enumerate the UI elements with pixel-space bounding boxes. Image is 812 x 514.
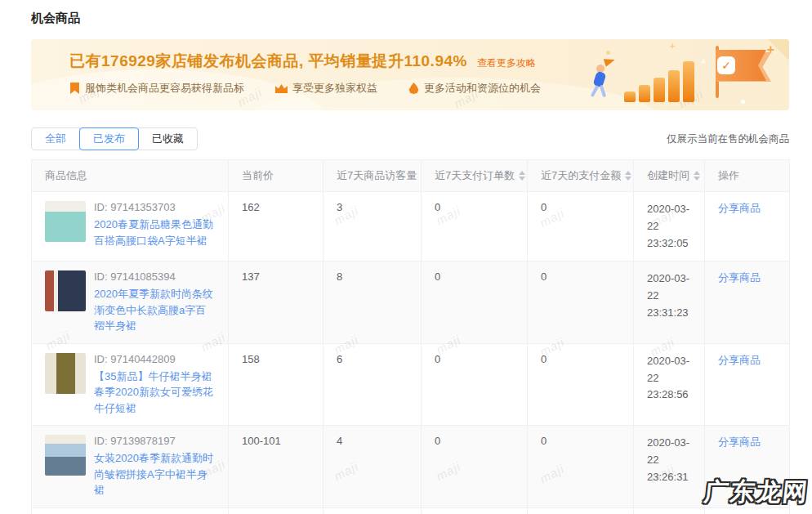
pennant-icon: [604, 56, 616, 67]
visitors-7d: 6: [323, 507, 422, 514]
growth-bar: [668, 70, 680, 102]
table-row: ID: 97140442809 【35新品】牛仔裙半身裙春季2020新款女可爱绣…: [32, 343, 790, 426]
col-actions: 操作: [705, 160, 790, 192]
banner-illustration: + + + ✓: [573, 39, 778, 110]
orders-7d: 0: [422, 261, 528, 344]
created-at: 2020-03-2223:32:05: [634, 192, 705, 261]
amount-7d: 0: [528, 343, 634, 426]
product-title-link[interactable]: 【35新品】牛仔裙半身裙春季2020新款女可爱绣花牛仔短裙: [94, 369, 215, 417]
product-thumbnail[interactable]: [45, 435, 86, 476]
status-tab-group: 全部 已发布 已收藏: [31, 127, 198, 150]
sort-amount-icon[interactable]: [625, 171, 631, 181]
current-price: 100-101: [229, 426, 323, 508]
product-id: ID: 97141353703: [94, 201, 215, 213]
table-header-row: 商品信息 当前价 近7天商品访客量 近7天支付订单数 近7天的支付金额 创建时间…: [32, 160, 790, 192]
checkmark-icon: ✓: [717, 56, 735, 74]
benefit-new-product-badge: 服饰类机会商品更容易获得新品标: [69, 81, 244, 96]
share-product-link[interactable]: 分享商品: [718, 202, 761, 214]
amount-7d: 0: [528, 426, 634, 508]
flame-icon: [408, 83, 419, 94]
crown-icon: [275, 83, 288, 93]
products-table: 商品信息 当前价 近7天商品访客量 近7天支付订单数 近7天的支付金额 创建时间…: [31, 159, 789, 514]
sparkle-icon: +: [701, 57, 706, 66]
banner-headline: 已有176929家店铺发布机会商品, 平均销量提升110.94%: [69, 51, 467, 72]
current-price: 158: [229, 343, 323, 426]
visitors-7d: 6: [323, 343, 422, 426]
benefit-label: 更多活动和资源位的机会: [424, 81, 541, 96]
table-row: ID: 97141085394 2020年夏季新款时尚条纹渐变色中长款高腰a字百…: [32, 261, 790, 344]
table-row: ID: 97139303198 闽色花苞腰弹力高腰黑色2020年夏季新款女装半身…: [32, 507, 790, 514]
growth-bar: [624, 92, 636, 102]
product-thumbnail[interactable]: [45, 270, 86, 311]
climbing-person-illustration: [588, 60, 616, 101]
growth-bar: [654, 78, 665, 102]
created-at: 2020-03-2223:31:23: [634, 261, 705, 344]
product-id: ID: 97139878197: [94, 435, 215, 447]
share-product-link[interactable]: 分享商品: [718, 354, 761, 366]
amount-7d: 0: [528, 507, 634, 514]
share-product-link[interactable]: 分享商品: [718, 271, 761, 284]
orders-7d: 0: [422, 192, 528, 261]
tab-all[interactable]: 全部: [31, 127, 80, 150]
dot-decor: [741, 100, 745, 104]
visitors-7d: 4: [323, 426, 422, 508]
benefit-more-activities: 更多活动和资源位的机会: [408, 81, 541, 96]
see-more-strategies-link[interactable]: 查看更多攻略: [477, 56, 536, 70]
col-amount-7d: 近7天的支付金额: [528, 160, 634, 192]
current-price: 108: [229, 507, 323, 514]
share-product-link[interactable]: 分享商品: [718, 436, 761, 448]
benefit-label: 享受更多独家权益: [292, 81, 377, 96]
growth-bar: [639, 85, 650, 102]
amount-7d: 0: [528, 192, 634, 261]
table-row: ID: 97139878197 女装2020春季新款通勤时尚皱褶拼接A字中裙半身…: [32, 426, 790, 508]
col-created-at: 创建时间: [634, 160, 705, 192]
product-id: ID: 97140442809: [94, 353, 215, 365]
col-current-price: 当前价: [229, 160, 323, 192]
filter-note: 仅展示当前在售的机会商品: [667, 132, 789, 146]
col-visitors-7d: 近7天商品访客量: [323, 160, 422, 192]
current-price: 137: [229, 261, 323, 344]
col-product-info: 商品信息: [32, 160, 229, 192]
amount-7d: 0: [528, 261, 634, 344]
promo-banner: 已有176929家店铺发布机会商品, 平均销量提升110.94% 查看更多攻略 …: [31, 39, 789, 110]
created-at: 2020-03-2223:28:56: [634, 343, 705, 426]
benefit-label: 服饰类机会商品更容易获得新品标: [85, 81, 244, 96]
orders-7d: 0: [422, 426, 528, 508]
bookmark-icon: [69, 83, 80, 94]
col-orders-7d: 近7天支付订单数: [422, 160, 528, 192]
tab-published[interactable]: 已发布: [79, 127, 139, 150]
visitors-7d: 3: [323, 192, 422, 261]
product-thumbnail[interactable]: [45, 353, 86, 394]
dot-decor: [606, 51, 610, 55]
orders-7d: 0: [422, 343, 528, 426]
product-thumbnail[interactable]: [45, 201, 86, 242]
growth-bar: [683, 61, 694, 102]
sort-orders-icon[interactable]: [519, 171, 525, 181]
product-title-link[interactable]: 2020春夏新品糖果色通勤百搭高腰口袋A字短半裙: [94, 217, 215, 248]
product-title-link[interactable]: 2020年夏季新款时尚条纹渐变色中长款高腰a字百褶半身裙: [94, 286, 215, 334]
product-title-link[interactable]: 女装2020春季新款通勤时尚皱褶拼接A字中裙半身裙: [94, 450, 215, 498]
tab-favorited[interactable]: 已收藏: [138, 127, 198, 150]
created-at: 2020-03-2223:24:36: [634, 507, 705, 514]
sort-created-icon[interactable]: [694, 171, 700, 181]
opportunity-products-page: 机会商品 已有176929家店铺发布机会商品, 平均销量提升110.94% 查看…: [0, 0, 812, 514]
banner-benefits: 服饰类机会商品更容易获得新品标 享受更多独家权益 更多活动和资源位的机会: [69, 81, 541, 96]
created-at: 2020-03-2223:26:31: [634, 426, 705, 508]
sparkle-icon: +: [670, 41, 675, 51]
product-id: ID: 97141085394: [94, 270, 215, 283]
page-title: 机会商品: [31, 11, 80, 26]
benefit-exclusive-rights: 享受更多独家权益: [275, 81, 377, 96]
table-row: ID: 97141353703 2020春夏新品糖果色通勤百搭高腰口袋A字短半裙…: [32, 192, 790, 261]
current-price: 162: [229, 192, 323, 261]
orders-7d: 0: [422, 507, 528, 514]
visitors-7d: 8: [323, 261, 422, 344]
